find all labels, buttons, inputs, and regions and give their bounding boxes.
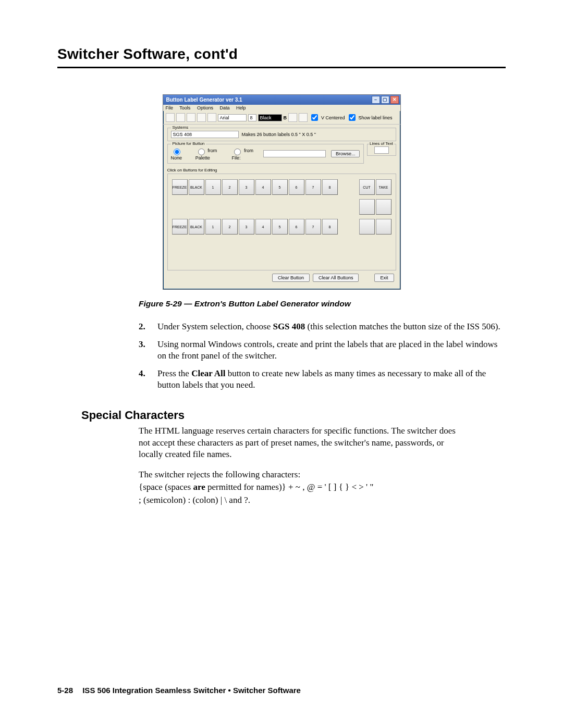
click-on-buttons-label: Click on Buttons for Editing xyxy=(167,168,396,172)
align-center-icon[interactable] xyxy=(299,113,308,122)
open-icon[interactable] xyxy=(176,113,185,122)
exit-button[interactable]: Exit xyxy=(374,274,394,282)
menubar: File Tools Options Data Help xyxy=(163,105,400,111)
showlines-checkbox[interactable] xyxy=(349,114,356,121)
radio-none[interactable]: None xyxy=(171,147,190,161)
special-p3: {space (spaces are permitted for names)}… xyxy=(139,482,467,493)
picture-group-label: Picture for Button xyxy=(171,141,206,146)
step-3: 3. Using normal Windows controls, create… xyxy=(139,339,506,362)
titlebar-title: Button Label Generator ver 3.1 xyxy=(166,97,242,103)
app-window: Button Label Generator ver 3.1 – ▢ ✕ Fil… xyxy=(163,94,401,290)
figure-caption: Figure 5-29 — Extron's Button Label Gene… xyxy=(139,299,506,309)
button-stage: FREEZE BLACK 1 2 3 4 5 6 7 8 CUT TAKE xyxy=(167,174,396,270)
menu-file[interactable]: File xyxy=(166,105,174,110)
btn-blank-r3a[interactable] xyxy=(359,219,375,235)
picture-group: Picture for Button None from Palette fro… xyxy=(167,144,364,164)
font-color-select[interactable] xyxy=(258,114,282,121)
btn-1[interactable]: 1 xyxy=(205,179,221,195)
radio-file[interactable]: from File: xyxy=(231,147,258,161)
systems-group: Systems Makes 26 button labels 0.5 " X 0… xyxy=(167,128,396,141)
btn-freeze-b[interactable]: FREEZE xyxy=(172,219,188,235)
heading-rule xyxy=(57,67,506,68)
menu-tools[interactable]: Tools xyxy=(179,105,190,110)
radio-palette[interactable]: from Palette xyxy=(195,147,227,161)
vcentered-label: V Centered xyxy=(321,115,345,120)
systems-group-label: Systems xyxy=(171,125,190,130)
btn-1b[interactable]: 1 xyxy=(205,219,221,235)
new-icon[interactable] xyxy=(166,113,175,122)
toolbar: B V Centered Show label lines xyxy=(163,111,400,125)
btn-3b[interactable]: 3 xyxy=(239,219,254,235)
btn-5b[interactable]: 5 xyxy=(272,219,288,235)
systems-note: Makes 26 button labels 0.5 " X 0.5 " xyxy=(242,132,316,137)
step-2: 2. Under System selection, choose SGS 40… xyxy=(139,321,506,332)
menu-data[interactable]: Data xyxy=(219,105,229,110)
btn-take[interactable]: TAKE xyxy=(376,179,391,195)
page-number: 5-28 xyxy=(57,686,73,695)
font-name-select[interactable] xyxy=(218,114,247,121)
menu-options[interactable]: Options xyxy=(197,105,213,110)
clear-all-button[interactable]: Clear All Buttons xyxy=(313,274,359,282)
special-p2: The switcher rejects the following chara… xyxy=(139,469,467,480)
btn-cut[interactable]: CUT xyxy=(359,179,375,195)
btn-black[interactable]: BLACK xyxy=(189,179,204,195)
lines-of-text-field[interactable] xyxy=(374,146,389,154)
lines-of-text-group: Lines of Text xyxy=(367,144,396,156)
btn-4b[interactable]: 4 xyxy=(255,219,271,235)
btn-4[interactable]: 4 xyxy=(255,179,271,195)
btn-blank-r2b[interactable] xyxy=(376,199,391,215)
font-size-field[interactable] xyxy=(248,114,256,121)
footer-text: ISS 506 Integration Seamless Switcher • … xyxy=(82,686,301,695)
btn-blank-r2a[interactable] xyxy=(359,199,375,215)
btn-freeze[interactable]: FREEZE xyxy=(172,179,188,195)
page-heading: Switcher Software, cont'd xyxy=(57,46,506,63)
save-icon[interactable] xyxy=(187,113,195,122)
btn-blank-r3b[interactable] xyxy=(376,219,391,235)
file-path-field[interactable] xyxy=(263,150,326,157)
btn-8b[interactable]: 8 xyxy=(322,219,338,235)
page-footer: 5-28 ISS 506 Integration Seamless Switch… xyxy=(57,686,301,695)
menu-help[interactable]: Help xyxy=(236,105,246,110)
btn-7b[interactable]: 7 xyxy=(305,219,321,235)
btn-black-b[interactable]: BLACK xyxy=(189,219,204,235)
btn-5[interactable]: 5 xyxy=(272,179,288,195)
btn-6b[interactable]: 6 xyxy=(289,219,304,235)
bold-icon[interactable]: B xyxy=(284,115,287,120)
showlines-label: Show label lines xyxy=(359,115,393,120)
btn-2b[interactable]: 2 xyxy=(222,219,238,235)
minimize-icon[interactable]: – xyxy=(372,96,380,104)
special-p4: ; (semicolon) : (colon) | \ and ?. xyxy=(139,495,467,506)
titlebar: Button Label Generator ver 3.1 – ▢ ✕ xyxy=(163,95,400,105)
btn-7[interactable]: 7 xyxy=(305,179,321,195)
vcentered-checkbox[interactable] xyxy=(311,114,318,121)
step-4: 4. Press the Clear All button to create … xyxy=(139,368,506,391)
maximize-icon[interactable]: ▢ xyxy=(381,96,389,104)
section-heading: Special Characters xyxy=(81,409,506,422)
browse-button[interactable]: Browse... xyxy=(331,150,360,157)
align-left-icon[interactable] xyxy=(288,113,297,122)
clear-button[interactable]: Clear Button xyxy=(272,274,310,282)
btn-3[interactable]: 3 xyxy=(239,179,254,195)
print-icon[interactable] xyxy=(197,113,206,122)
systems-select[interactable] xyxy=(171,131,239,138)
font-icon[interactable] xyxy=(207,113,216,122)
btn-2[interactable]: 2 xyxy=(222,179,238,195)
lines-of-text-label: Lines of Text xyxy=(369,141,394,146)
close-icon[interactable]: ✕ xyxy=(390,96,399,104)
steps-list: 2. Under System selection, choose SGS 40… xyxy=(139,321,506,391)
special-p1: The HTML language reserves certain chara… xyxy=(139,425,467,460)
btn-6[interactable]: 6 xyxy=(289,179,304,195)
btn-8[interactable]: 8 xyxy=(322,179,338,195)
